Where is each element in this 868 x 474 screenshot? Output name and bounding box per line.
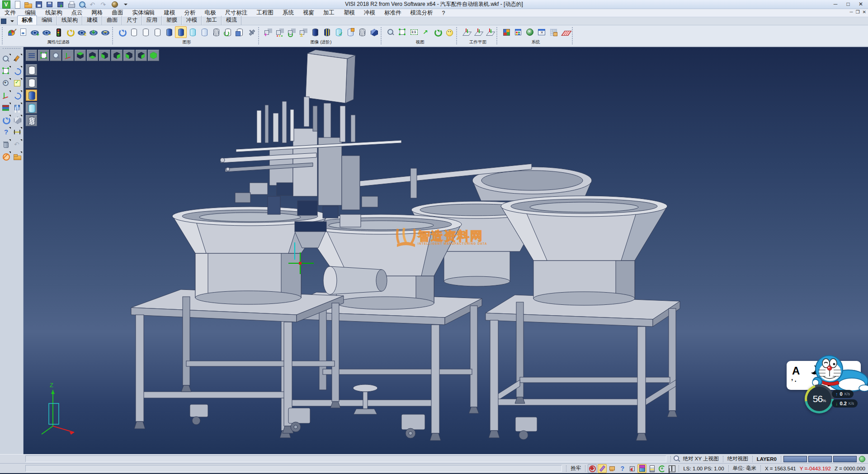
toolbar-drag-handle[interactable] [2,27,5,44]
copy-graphics-button[interactable] [234,26,245,38]
menu-item-11[interactable]: 工程图 [252,9,278,17]
view-right-button[interactable] [111,50,123,61]
tab-线架构[interactable]: 线架构 [57,16,82,25]
layer-color-swatch-3[interactable] [833,456,857,462]
redo-button[interactable] [99,0,108,8]
close-button[interactable]: ✕ [854,0,867,8]
dynamic-pan-button[interactable] [420,26,432,38]
dynamic-rotate-button[interactable] [432,26,443,38]
view-menu-button[interactable] [26,50,37,61]
view-pan-button[interactable] [50,50,61,61]
minimize-button[interactable]: ─ [829,0,842,8]
new-document-button[interactable] [12,0,22,8]
visi-ball-button[interactable] [110,0,119,8]
menu-item-18[interactable]: 模流分析 [406,9,438,17]
dashed-hidden-mode-button[interactable] [151,26,163,38]
open-file-button[interactable] [23,0,33,8]
translucent-mode-button[interactable] [187,26,198,38]
hidden-line-mode-button[interactable] [140,26,151,38]
command-input-area[interactable] [25,465,562,472]
layer-color-swatch-2[interactable] [808,456,832,462]
undo-grey-button[interactable] [12,139,23,150]
menu-item-15[interactable]: 塑模 [339,9,359,17]
layer-manager-button[interactable] [647,464,656,473]
open-recent-button[interactable] [12,151,23,162]
performance-gauge[interactable]: 56% [805,384,834,413]
mesh-display-button[interactable] [356,26,368,38]
tab-曲面[interactable]: 曲面 [102,16,122,25]
view-left-button[interactable] [99,50,110,61]
status-layer[interactable]: LAYER0 [755,456,778,462]
edit-attributes-button[interactable] [5,26,17,38]
save-button[interactable] [34,0,43,8]
print-button[interactable] [66,0,76,8]
display-wireframe-button[interactable] [26,64,37,76]
flat-mode-button[interactable] [198,26,210,38]
snap-face-button[interactable] [637,464,646,473]
viewports-button[interactable] [12,102,23,113]
status-units[interactable]: 单位: 毫米 [731,465,758,472]
view-fit-button[interactable] [38,50,49,61]
view-observer-button[interactable] [443,26,455,38]
hide-all-button[interactable] [99,26,111,38]
spline-button[interactable] [12,90,23,101]
child-close-button[interactable]: ✕ [863,9,866,14]
snap-lock-label[interactable]: 拴牢 [569,465,583,472]
menu-item-19[interactable]: ? [438,9,450,17]
tab-尺寸[interactable]: 尺寸 [122,16,142,25]
wireframe-mode-button[interactable] [128,26,140,38]
navigation-wheel-button[interactable] [0,151,11,162]
snap-wand-button[interactable] [598,464,607,473]
menu-item-17[interactable]: 标准件 [380,9,406,17]
display-hidden-line-button[interactable] [26,77,37,88]
grid-toggle-button[interactable] [667,464,676,473]
workplane-rotate-button[interactable] [484,26,495,38]
snap-lock-toggle-button[interactable] [588,464,597,473]
toolbar-dropdown-caret[interactable] [9,18,15,24]
layer-color-swatch-1[interactable] [783,456,807,462]
tab-模流[interactable]: 模流 [222,16,241,25]
refresh-visibility-button[interactable] [64,26,76,38]
hide-remove-button[interactable] [41,26,52,38]
more-commands-button[interactable] [121,0,130,8]
status-green-indicator-icon[interactable] [858,455,866,463]
solid-properties-button[interactable] [344,26,356,38]
status-view-mode[interactable]: 绝对 XY 上视图 [681,455,721,462]
zoom-scale-button[interactable] [0,78,11,89]
view-top-button[interactable] [75,50,86,61]
workplane-move-button[interactable] [472,26,484,38]
snap-hand-button[interactable] [608,464,617,473]
print-preview-button[interactable] [77,0,87,8]
menu-item-12[interactable]: 系统 [278,9,298,17]
reset-view-button[interactable] [657,464,666,473]
color-palette-button[interactable] [500,26,512,38]
zoom-window-button[interactable] [0,66,11,76]
sidebar-drag-handle[interactable] [3,48,20,51]
zoom-extents-button[interactable] [396,26,408,38]
zoom-1to1-button[interactable] [408,26,420,38]
tab-加工[interactable]: 加工 [202,16,222,25]
menu-item-16[interactable]: 冲模 [359,9,380,17]
shaded-mode-button[interactable] [163,26,175,38]
export-button[interactable] [56,0,65,8]
view-back-button[interactable] [136,50,147,61]
view-axis-button[interactable] [62,50,74,61]
view-iso-button[interactable] [148,50,159,61]
grid-plane-button[interactable] [559,26,571,38]
validate-solid-button[interactable] [333,26,344,38]
display-shaded-button[interactable] [26,90,37,101]
grid-snap-button[interactable] [547,26,559,38]
tab-编辑[interactable]: 编辑 [37,16,57,25]
child-restore-button[interactable]: ❐ [856,9,860,14]
tab-建模[interactable]: 建模 [82,16,102,25]
tab-塑膜[interactable]: 塑膜 [162,16,182,25]
advanced-add-entities-button[interactable] [262,26,274,38]
attributes-library-button[interactable] [0,102,11,113]
save-as-button[interactable] [45,0,54,8]
solid-display-button[interactable] [309,26,321,38]
advanced-filter-button[interactable] [274,26,286,38]
advanced-toggle-button[interactable] [297,26,309,38]
visi-logo-button[interactable] [1,0,11,8]
swap-shading-button[interactable] [222,26,234,38]
viewport-3d[interactable]: Z 智造资料网 INTELLIGENT MANUFACTURING DATA A… [24,47,868,454]
